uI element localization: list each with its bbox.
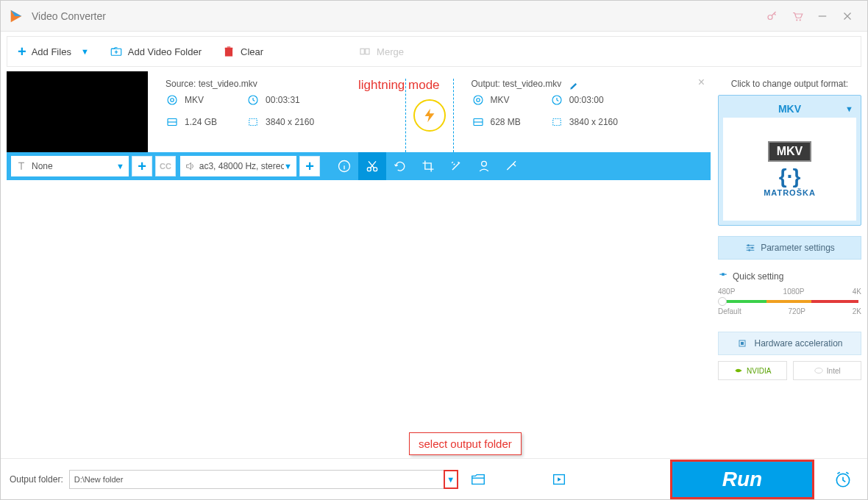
edit-action-bar: None ▼ + CC ac3, 48000 Hz, stereo ▼ +	[7, 152, 711, 180]
svg-point-24	[748, 249, 750, 251]
audio-dropdown[interactable]: ac3, 48000 Hz, stereo ▼	[180, 156, 296, 176]
remove-file-button[interactable]: ×	[698, 76, 705, 89]
clear-label: Clear	[241, 46, 263, 57]
annotation-lightning: lightning mode	[352, 76, 446, 95]
subtitle-dropdown[interactable]: None ▼	[11, 156, 129, 176]
format-icon	[166, 93, 179, 107]
svg-rect-7	[366, 49, 369, 54]
speaker-icon	[185, 160, 196, 172]
plus-icon: +	[18, 43, 26, 60]
chevron-down-icon: ▼	[284, 162, 292, 171]
minimize-button[interactable]	[810, 4, 835, 29]
svg-rect-27	[741, 342, 744, 345]
close-button[interactable]	[835, 4, 860, 29]
title-bar: Video Converter	[1, 1, 867, 32]
edit-output-name-icon[interactable]	[569, 81, 579, 91]
svg-point-8	[168, 96, 177, 104]
text-icon	[15, 160, 27, 172]
folder-plus-icon	[110, 45, 123, 58]
format-name: MKV	[778, 103, 801, 115]
effects-button[interactable]	[442, 152, 470, 180]
clear-button[interactable]: Clear	[212, 37, 274, 66]
audio-value: ac3, 48000 Hz, stereo	[199, 161, 284, 171]
nvidia-icon	[733, 365, 744, 376]
open-folder-button[interactable]	[467, 468, 489, 490]
quick-setting-label: Quick setting	[733, 271, 783, 282]
output-folder-label: Output folder:	[10, 474, 63, 485]
svg-point-23	[751, 247, 753, 249]
output-format-selector[interactable]: MKV ▼ MKV {·} MATROŠKA	[718, 95, 861, 226]
playlist-button[interactable]	[548, 468, 570, 490]
storage-icon	[166, 115, 179, 129]
svg-rect-4	[226, 49, 232, 56]
add-files-button[interactable]: + Add Files ▼	[7, 37, 99, 66]
add-video-folder-button[interactable]: Add Video Folder	[99, 37, 212, 66]
output-file-label: Output: test_video.mkv	[472, 79, 562, 89]
output-size: 628 MB	[491, 117, 521, 127]
rotate-button[interactable]	[386, 152, 414, 180]
primary-toolbar: + Add Files ▼ Add Video Folder Clear Mer…	[7, 36, 861, 67]
trash-icon	[222, 45, 235, 58]
add-subtitle-button[interactable]: +	[132, 156, 152, 176]
merge-button: Merge	[348, 37, 414, 66]
trim-button[interactable]	[358, 152, 386, 180]
svg-rect-12	[249, 119, 257, 126]
key-icon[interactable]	[760, 4, 785, 29]
output-resolution: 3840 x 2160	[569, 117, 618, 127]
resolution-icon	[550, 115, 563, 129]
svg-rect-25	[722, 273, 725, 276]
svg-point-28	[815, 368, 823, 374]
subtitle-value: None	[32, 161, 53, 171]
watermark-button[interactable]	[470, 152, 498, 180]
chevron-down-icon: ▼	[845, 104, 853, 113]
merge-label: Merge	[377, 46, 404, 57]
output-folder-dropdown[interactable]: ▼	[444, 470, 458, 489]
schedule-button[interactable]	[828, 464, 858, 495]
video-thumbnail[interactable]	[7, 71, 148, 152]
run-button[interactable]: Run	[672, 462, 812, 497]
resolution-icon	[246, 115, 260, 129]
svg-point-9	[171, 99, 174, 102]
output-folder-input[interactable]	[69, 470, 444, 489]
svg-point-21	[482, 161, 487, 166]
svg-point-14	[476, 99, 480, 102]
output-duration: 00:03:00	[569, 95, 604, 105]
chip-icon	[736, 338, 748, 349]
svg-rect-5	[225, 48, 233, 49]
sliders-icon	[744, 242, 756, 254]
change-format-label: Click to change output format:	[718, 79, 861, 89]
slider-thumb[interactable]	[718, 297, 727, 306]
lightning-icon	[421, 107, 438, 124]
source-format: MKV	[185, 95, 204, 105]
app-logo-icon	[8, 8, 24, 24]
parameter-settings-button[interactable]: Parameter settings	[718, 236, 861, 260]
format-icon	[472, 93, 485, 107]
storage-icon	[472, 115, 485, 129]
svg-point-22	[747, 244, 750, 246]
hardware-acceleration-button[interactable]: Hardware acceleration	[718, 332, 861, 355]
info-button[interactable]	[330, 152, 358, 180]
quality-slider[interactable]: 480P1080P4K Default720P2K	[718, 288, 861, 321]
merge-icon	[358, 45, 371, 58]
svg-point-13	[474, 96, 483, 104]
svg-rect-17	[553, 119, 561, 126]
crop-button[interactable]	[414, 152, 442, 180]
svg-point-1	[796, 19, 797, 21]
source-resolution: 3840 x 2160	[266, 117, 314, 127]
add-audio-button[interactable]: +	[299, 156, 320, 176]
nvidia-chip: NVIDIA	[718, 361, 787, 380]
format-logo: MKV {·} MATROŠKA	[723, 118, 856, 221]
svg-point-2	[800, 19, 801, 21]
app-title: Video Converter	[32, 10, 760, 22]
cart-icon[interactable]	[785, 4, 810, 29]
add-files-label: Add Files	[32, 46, 71, 57]
add-folder-label: Add Video Folder	[128, 46, 202, 57]
annotation-output-folder: select output folder	[409, 432, 522, 455]
clock-icon	[550, 93, 563, 107]
svg-rect-6	[360, 49, 364, 54]
cc-button[interactable]: CC	[155, 156, 176, 176]
quick-icon	[718, 271, 728, 282]
parameter-settings-label: Parameter settings	[761, 243, 835, 253]
clock-icon	[246, 93, 260, 107]
adjust-button[interactable]	[498, 152, 526, 180]
